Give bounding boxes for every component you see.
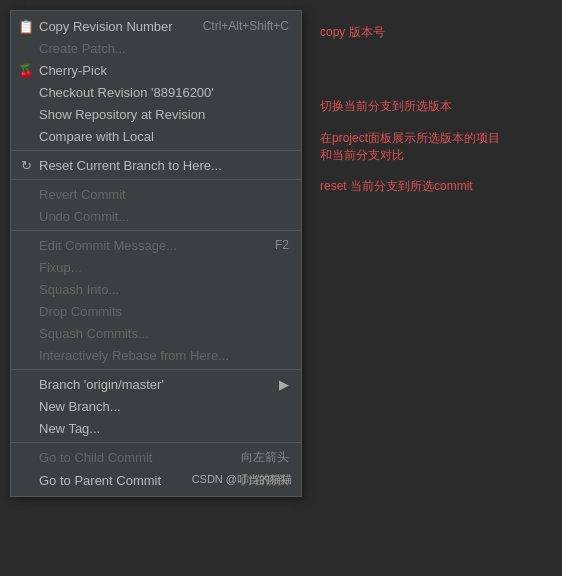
- menu-label: Revert Commit: [39, 187, 126, 202]
- shortcut-copy: Ctrl+Alt+Shift+C: [173, 19, 289, 33]
- annotation-show-repo: 在project面板展示所选版本的项目 和当前分支对比: [320, 130, 500, 164]
- menu-label: New Branch...: [39, 399, 121, 414]
- annotation-line2: 和当前分支对比: [320, 148, 404, 162]
- menu-label: Go to Child Commit: [39, 450, 152, 465]
- shortcut-child: 向左箭头: [211, 449, 289, 466]
- menu-label: New Tag...: [39, 421, 100, 436]
- separator-4: [11, 369, 301, 370]
- menu-item-drop-commits: Drop Commits: [11, 300, 301, 322]
- menu-item-new-tag[interactable]: New Tag...: [11, 417, 301, 439]
- menu-item-show-repository[interactable]: Show Repository at Revision: [11, 103, 301, 125]
- menu-label: Copy Revision Number: [39, 19, 173, 34]
- menu-label: Go to Parent Commit: [39, 473, 161, 488]
- menu-label: Drop Commits: [39, 304, 122, 319]
- separator-3: [11, 230, 301, 231]
- menu-label: Create Patch...: [39, 41, 126, 56]
- menu-item-fixup: Fixup...: [11, 256, 301, 278]
- separator-2: [11, 179, 301, 180]
- menu-label: Cherry-Pick: [39, 63, 107, 78]
- menu-item-branch-origin[interactable]: Branch 'origin/master' ▶: [11, 373, 301, 395]
- copy-icon: 📋: [17, 19, 35, 34]
- menu-item-go-child: Go to Child Commit 向左箭头: [11, 446, 301, 469]
- menu-label: Squash Into...: [39, 282, 119, 297]
- menu-label: Undo Commit...: [39, 209, 129, 224]
- menu-item-undo-commit: Undo Commit...: [11, 205, 301, 227]
- menu-item-edit-commit-msg: Edit Commit Message... F2: [11, 234, 301, 256]
- menu-label: Branch 'origin/master': [39, 377, 164, 392]
- shortcut-edit: F2: [245, 238, 289, 252]
- menu-label: Interactively Rebase from Here...: [39, 348, 229, 363]
- menu-label: Squash Commits...: [39, 326, 149, 341]
- menu-item-cherry-pick[interactable]: 🍒 Cherry-Pick: [11, 59, 301, 81]
- annotation-reset: reset 当前分支到所选commit: [320, 178, 473, 195]
- menu-item-new-branch[interactable]: New Branch...: [11, 395, 301, 417]
- menu-label: Fixup...: [39, 260, 82, 275]
- cherry-pick-icon: 🍒: [17, 63, 35, 78]
- menu-item-squash-into: Squash Into...: [11, 278, 301, 300]
- menu-label: Edit Commit Message...: [39, 238, 177, 253]
- menu-label: Checkout Revision '88916200': [39, 85, 214, 100]
- menu-item-copy-revision[interactable]: 📋 Copy Revision Number Ctrl+Alt+Shift+C: [11, 15, 301, 37]
- menu-item-interactive-rebase: Interactively Rebase from Here...: [11, 344, 301, 366]
- separator-5: [11, 442, 301, 443]
- reset-icon: ↻: [17, 158, 35, 173]
- menu-item-reset-branch[interactable]: ↻ Reset Current Branch to Here...: [11, 154, 301, 176]
- annotation-checkout: 切换当前分支到所选版本: [320, 98, 452, 115]
- menu-item-create-patch: Create Patch...: [11, 37, 301, 59]
- menu-item-revert-commit: Revert Commit: [11, 183, 301, 205]
- menu-item-checkout-revision[interactable]: Checkout Revision '88916200': [11, 81, 301, 103]
- annotation-line1: 在project面板展示所选版本的项目: [320, 131, 500, 145]
- menu-item-compare-local[interactable]: Compare with Local: [11, 125, 301, 147]
- menu-label: Show Repository at Revision: [39, 107, 205, 122]
- menu-label: Reset Current Branch to Here...: [39, 158, 222, 173]
- annotation-copy: copy 版本号: [320, 24, 385, 41]
- submenu-arrow-icon: ▶: [279, 377, 289, 392]
- context-menu: 📋 Copy Revision Number Ctrl+Alt+Shift+C …: [10, 10, 302, 497]
- footer-credit: CSDN @叮当的猫猫: [192, 472, 292, 487]
- menu-label: Compare with Local: [39, 129, 154, 144]
- separator-1: [11, 150, 301, 151]
- menu-item-squash-commits: Squash Commits...: [11, 322, 301, 344]
